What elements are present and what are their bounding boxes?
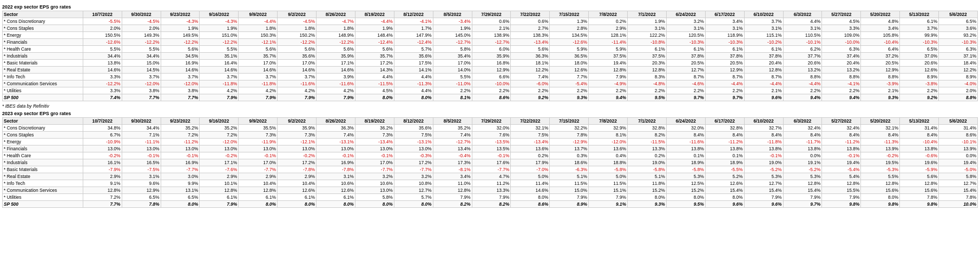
data-cell: 32.1% bbox=[511, 125, 550, 132]
data-cell: 6.2% bbox=[783, 46, 822, 53]
data-cell: 12.5% bbox=[666, 180, 705, 187]
data-cell: 35.2% bbox=[200, 125, 239, 132]
sector-label: * Cons Staples bbox=[3, 25, 83, 32]
sector-label: * Health Care bbox=[3, 46, 83, 53]
data-cell: 12.6% bbox=[278, 187, 317, 194]
data-cell: 9.4% bbox=[589, 94, 628, 101]
data-cell: -12.1% bbox=[278, 139, 317, 145]
sector-label: * Energy bbox=[3, 139, 83, 145]
data-cell: 8.2% bbox=[433, 201, 472, 208]
data-cell: 4.7% bbox=[472, 173, 511, 180]
data-cell: 20.6% bbox=[783, 60, 822, 67]
data-cell: 20.3% bbox=[628, 60, 667, 67]
data-cell: -11.2% bbox=[705, 139, 744, 145]
data-cell: 5.5% bbox=[433, 74, 472, 80]
data-cell: 13.9% bbox=[939, 145, 978, 152]
data-cell: 3.1% bbox=[628, 25, 667, 32]
data-cell: 0.2% bbox=[589, 18, 628, 25]
data-cell: 2.9% bbox=[239, 173, 278, 180]
data-cell: -13.1% bbox=[317, 139, 355, 145]
data-cell: 17.2% bbox=[278, 159, 317, 166]
data-cell: -11.2% bbox=[822, 139, 861, 145]
data-cell: 8.6% bbox=[472, 94, 511, 101]
data-cell: 17.6% bbox=[472, 159, 511, 166]
data-cell: 2.9% bbox=[83, 173, 122, 180]
data-cell: -5.9% bbox=[900, 166, 939, 173]
date-header: 9/16/2022 bbox=[200, 118, 239, 125]
data-cell: 8.8% bbox=[822, 74, 861, 80]
data-cell: -5.5% bbox=[705, 166, 744, 173]
data-cell: 118.9% bbox=[705, 32, 744, 39]
data-cell: 5.6% bbox=[355, 46, 394, 53]
data-cell: 12.9% bbox=[472, 67, 511, 74]
data-cell: 12.8% bbox=[589, 67, 628, 74]
data-cell: 11.5% bbox=[550, 180, 589, 187]
date-header: 7/22/2022 bbox=[511, 11, 550, 18]
data-cell: -4.1% bbox=[394, 18, 433, 25]
data-cell: -10.0% bbox=[822, 39, 861, 46]
data-cell: 138.3% bbox=[511, 32, 550, 39]
data-cell: 3.7% bbox=[239, 74, 278, 80]
data-cell: -4.4% bbox=[239, 18, 278, 25]
sector-label: * Health Care bbox=[3, 152, 83, 159]
data-cell: 11.0% bbox=[433, 180, 472, 187]
date-header: 8/19/2022 bbox=[355, 118, 394, 125]
data-cell: 36.2% bbox=[355, 125, 394, 132]
data-cell: 147.9% bbox=[394, 32, 433, 39]
data-cell: 0.0% bbox=[783, 152, 822, 159]
data-cell: 2.2% bbox=[666, 87, 705, 94]
data-cell: 35.5% bbox=[239, 125, 278, 132]
data-cell: 13.8% bbox=[822, 145, 861, 152]
sector-label: * Financials bbox=[3, 39, 83, 46]
table2-body: * Cons Discretionary34.8%34.4%35.2%35.2%… bbox=[3, 125, 978, 208]
data-cell: 1.3% bbox=[550, 18, 589, 25]
data-cell: 8.0% bbox=[239, 201, 278, 208]
data-cell: 8.4% bbox=[744, 132, 783, 139]
sector-label: * Cons Staples bbox=[3, 132, 83, 139]
data-cell: 12.6% bbox=[317, 187, 355, 194]
data-cell: 12.8% bbox=[200, 187, 239, 194]
data-cell: 37.7% bbox=[783, 53, 822, 60]
data-cell: 14.6% bbox=[200, 67, 239, 74]
data-cell: -11.0% bbox=[433, 80, 472, 87]
data-cell: -11.8% bbox=[200, 80, 239, 87]
data-cell: 7.8% bbox=[122, 201, 161, 208]
data-cell: 32.8% bbox=[705, 125, 744, 132]
data-cell: -12.2% bbox=[278, 39, 317, 46]
data-cell: -0.2% bbox=[83, 152, 122, 159]
data-cell: 12.8% bbox=[433, 187, 472, 194]
date-header: 8/19/2022 bbox=[355, 11, 394, 18]
data-cell: 12.7% bbox=[394, 187, 433, 194]
data-cell: -11.3% bbox=[394, 80, 433, 87]
data-cell: 9.4% bbox=[783, 94, 822, 101]
data-cell: -12.6% bbox=[550, 39, 589, 46]
data-cell: 148.9% bbox=[317, 32, 355, 39]
data-cell: 150.3% bbox=[239, 32, 278, 39]
data-cell: 3.4% bbox=[861, 25, 900, 32]
data-cell: 12.9% bbox=[861, 67, 900, 74]
data-cell: 17.0% bbox=[278, 60, 317, 67]
data-cell: 11.8% bbox=[628, 180, 667, 187]
data-cell: 13.8% bbox=[744, 145, 783, 152]
data-cell: 8.8% bbox=[783, 74, 822, 80]
data-cell: 7.9% bbox=[589, 74, 628, 80]
data-cell: 10.6% bbox=[317, 180, 355, 187]
data-cell: 7.4% bbox=[511, 74, 550, 80]
data-cell: 31.4% bbox=[939, 125, 978, 132]
data-cell: 3.1% bbox=[122, 173, 161, 180]
data-cell: -7.8% bbox=[278, 166, 317, 173]
data-cell: -12.2% bbox=[200, 39, 239, 46]
data-cell: 12.6% bbox=[550, 67, 589, 74]
data-cell: 9.7% bbox=[783, 201, 822, 208]
data-cell: 32.7% bbox=[744, 125, 783, 132]
date-header: 9/16/2022 bbox=[200, 11, 239, 18]
data-cell: 2.8% bbox=[550, 25, 589, 32]
data-cell: -0.1% bbox=[472, 152, 511, 159]
data-cell: 15.2% bbox=[666, 187, 705, 194]
data-cell: 7.3% bbox=[239, 132, 278, 139]
data-cell: 15.6% bbox=[861, 187, 900, 194]
data-cell: 3.1% bbox=[317, 173, 355, 180]
data-cell: -0.1% bbox=[744, 152, 783, 159]
data-cell: 20.5% bbox=[666, 60, 705, 67]
date-header: 8/26/2022 bbox=[317, 118, 355, 125]
